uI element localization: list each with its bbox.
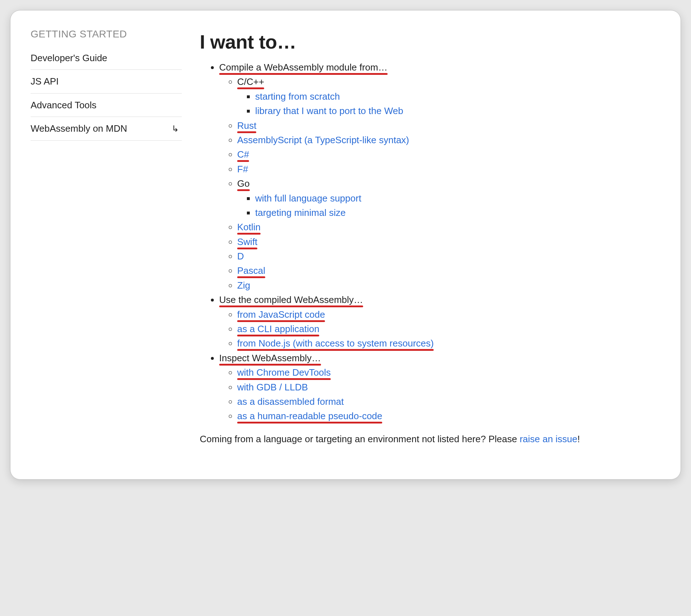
content-link[interactable]: C#	[237, 149, 249, 160]
hand-underline: Kotlin	[237, 222, 261, 232]
list-item: Kotlin	[237, 221, 670, 234]
content-link[interactable]: starting from scratch	[255, 91, 340, 102]
footer-prefix: Coming from a language or targeting an e…	[200, 434, 520, 444]
content-link[interactable]: AssemblyScript (a TypeScript-like syntax…	[237, 135, 409, 145]
sidebar-heading: GETTING STARTED	[31, 28, 182, 40]
hand-underline: Compile a WebAssembly module from…	[219, 62, 388, 73]
hand-underline: Go	[237, 178, 250, 189]
hand-underline: as a human-readable pseudo-code	[237, 411, 382, 421]
list-item: from JavaScript code	[237, 308, 670, 321]
hand-underline: with Chrome DevTools	[237, 367, 331, 378]
hand-underline: Inspect WebAssembly…	[219, 353, 321, 363]
list-item: Inspect WebAssembly…with Chrome DevTools…	[219, 352, 670, 423]
content-label: Compile a WebAssembly module from…	[219, 62, 388, 73]
list-item: as a CLI application	[237, 322, 670, 335]
content-label: Inspect WebAssembly…	[219, 353, 321, 363]
content-link[interactable]: Rust	[237, 120, 256, 131]
sidebar-item-label: Advanced Tools	[31, 99, 96, 112]
list-item: Compile a WebAssembly module from…C/C++s…	[219, 61, 670, 292]
sidebar: GETTING STARTED Developer's GuideJS APIA…	[31, 28, 182, 454]
content-link[interactable]: Swift	[237, 236, 257, 247]
content-link[interactable]: as a human-readable pseudo-code	[237, 411, 382, 421]
list-item: AssemblyScript (a TypeScript-like syntax…	[237, 133, 670, 146]
list-item: F#	[237, 163, 670, 176]
hand-underline: from JavaScript code	[237, 309, 325, 320]
raise-issue-link[interactable]: raise an issue	[520, 434, 577, 444]
sidebar-item-label: JS API	[31, 75, 59, 88]
list-item: with full language support	[255, 192, 670, 205]
main-content: I want to… Compile a WebAssembly module …	[200, 28, 670, 454]
list-item: Pascal	[237, 264, 670, 277]
sidebar-item[interactable]: Developer's Guide	[31, 46, 182, 70]
list-item: with Chrome DevTools	[237, 366, 670, 379]
footer-note: Coming from a language or targeting an e…	[200, 434, 670, 445]
footer-suffix: !	[577, 434, 580, 444]
content-label: Go	[237, 178, 250, 189]
content-link[interactable]: Kotlin	[237, 222, 261, 232]
hand-underline: C/C++	[237, 76, 264, 87]
list-item: with GDB / LLDB	[237, 381, 670, 394]
page-title: I want to…	[200, 31, 670, 53]
hand-underline: Use the compiled WebAssembly…	[219, 294, 363, 305]
content-link[interactable]: targeting minimal size	[255, 207, 346, 218]
content-label: C/C++	[237, 76, 264, 87]
content-link[interactable]: Zig	[237, 280, 250, 291]
sidebar-list: Developer's GuideJS APIAdvanced ToolsWeb…	[31, 46, 182, 141]
hand-underline: Pascal	[237, 265, 265, 276]
list-item: D	[237, 250, 670, 263]
sidebar-item-label: Developer's Guide	[31, 51, 107, 64]
list-item: targeting minimal size	[255, 206, 670, 219]
content-link[interactable]: as a CLI application	[237, 323, 319, 334]
hand-underline: Swift	[237, 236, 257, 247]
content-link[interactable]: F#	[237, 164, 248, 175]
list-item: C/C++starting from scratchlibrary that I…	[237, 75, 670, 117]
page-frame: GETTING STARTED Developer's GuideJS APIA…	[10, 10, 681, 480]
list-item: starting from scratch	[255, 90, 670, 103]
hand-underline: from Node.js (with access to system reso…	[237, 338, 434, 349]
list-item: Gowith full language supporttargeting mi…	[237, 177, 670, 219]
list-item: from Node.js (with access to system reso…	[237, 337, 670, 350]
list-item: Use the compiled WebAssembly…from JavaSc…	[219, 293, 670, 350]
content-link[interactable]: with full language support	[255, 193, 361, 204]
list-item: as a disassembled format	[237, 395, 670, 408]
sidebar-item[interactable]: Advanced Tools	[31, 94, 182, 117]
hand-underline: as a CLI application	[237, 323, 319, 334]
content-link[interactable]: Pascal	[237, 265, 265, 276]
list-item: C#	[237, 148, 670, 161]
content-link[interactable]: as a disassembled format	[237, 396, 344, 407]
list-item: as a human-readable pseudo-code	[237, 409, 670, 422]
sidebar-item[interactable]: WebAssembly on MDN↳	[31, 117, 182, 140]
content-link[interactable]: library that I want to port to the Web	[255, 105, 403, 116]
list-item: Rust	[237, 119, 670, 132]
sidebar-item-label: WebAssembly on MDN	[31, 122, 127, 135]
content-link[interactable]: D	[237, 251, 244, 262]
external-link-icon: ↳	[172, 123, 182, 135]
hand-underline: Rust	[237, 120, 256, 131]
content-link[interactable]: from JavaScript code	[237, 309, 325, 320]
list-item: Swift	[237, 235, 670, 248]
content-link[interactable]: with Chrome DevTools	[237, 367, 331, 378]
content-link[interactable]: from Node.js (with access to system reso…	[237, 338, 434, 349]
hand-underline: C#	[237, 149, 249, 160]
list-item: library that I want to port to the Web	[255, 104, 670, 117]
content-tree: Compile a WebAssembly module from…C/C++s…	[200, 61, 670, 423]
content-link[interactable]: with GDB / LLDB	[237, 382, 308, 393]
content-label: Use the compiled WebAssembly…	[219, 294, 363, 305]
sidebar-item[interactable]: JS API	[31, 70, 182, 93]
list-item: Zig	[237, 279, 670, 292]
